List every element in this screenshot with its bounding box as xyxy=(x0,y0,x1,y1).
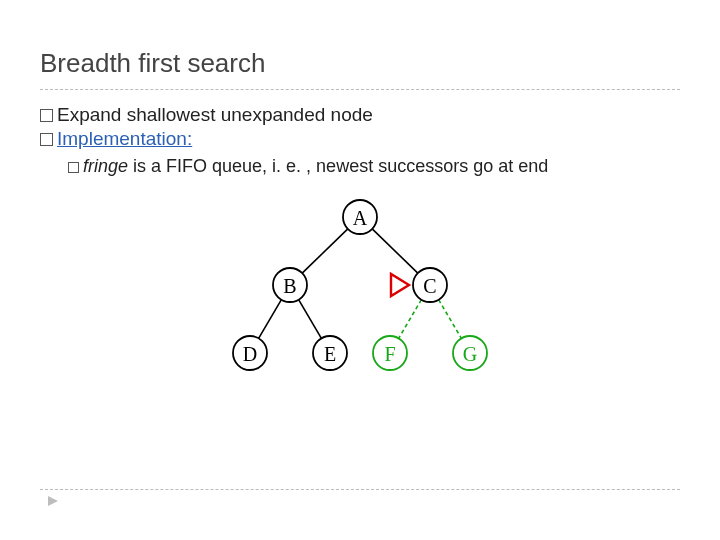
bullet-fringe: fringe is a FIFO queue, i. e. , newest s… xyxy=(68,156,680,177)
tree-edge xyxy=(439,300,462,339)
tree-edge xyxy=(302,229,348,273)
bullet-implementation-text: Implementation: xyxy=(57,128,192,149)
tree-node-label: E xyxy=(324,343,336,365)
bullet-list: Expand shallowest unexpanded node Implem… xyxy=(40,104,680,177)
fringe-rest: is a FIFO queue, i. e. , newest successo… xyxy=(128,156,548,176)
bfs-tree-diagram: ABCDEFG xyxy=(195,195,525,380)
tree-node-label: D xyxy=(243,343,257,365)
tree-edge xyxy=(299,300,322,339)
bullet-box-icon xyxy=(68,162,79,173)
bullet-implementation: Implementation: xyxy=(40,128,680,150)
tree-node-label: B xyxy=(283,275,296,297)
footer-play-icon xyxy=(46,494,60,508)
tree-node-label: G xyxy=(463,343,477,365)
tree-edge xyxy=(259,300,282,339)
page-title: Breadth first search xyxy=(40,48,680,89)
fringe-italic: fringe xyxy=(83,156,128,176)
tree-node-label: A xyxy=(353,207,368,229)
tree-edge xyxy=(372,229,418,273)
tree-edge xyxy=(399,300,422,339)
bullet-expand: Expand shallowest unexpanded node xyxy=(40,104,680,126)
svg-marker-0 xyxy=(48,496,58,506)
tree-node-label: F xyxy=(384,343,395,365)
title-divider xyxy=(40,89,680,90)
bullet-box-icon xyxy=(40,133,53,146)
footer-divider xyxy=(40,489,680,490)
bullet-expand-text: Expand shallowest unexpanded node xyxy=(57,104,373,125)
cursor-triangle-icon xyxy=(391,274,409,296)
tree-node-label: C xyxy=(423,275,436,297)
bullet-box-icon xyxy=(40,109,53,122)
